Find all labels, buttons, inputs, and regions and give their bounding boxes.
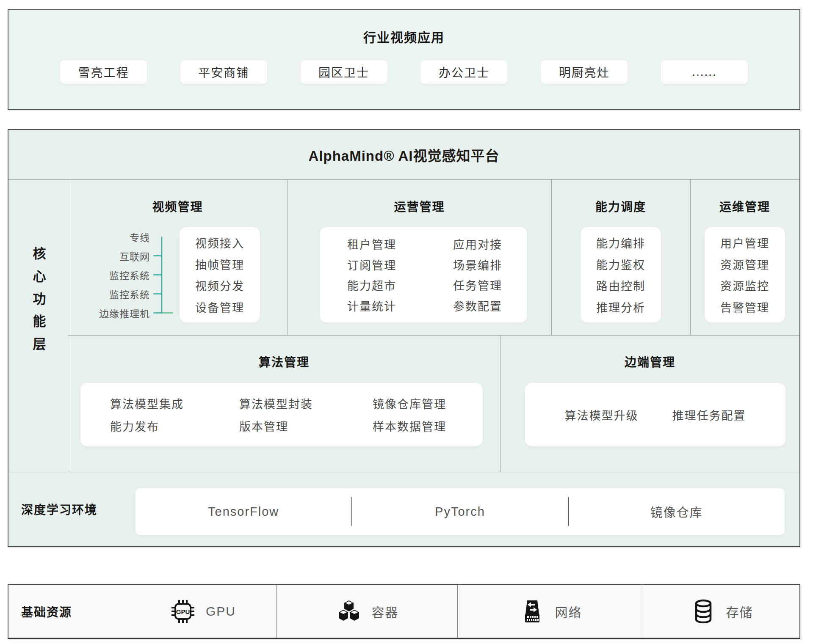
scheduling-item: 路由控制 (596, 277, 645, 294)
video-item: 视频接入 (195, 234, 244, 251)
industry-apps-chip-row: 雪亮工程 平安商铺 园区卫士 办公卫士 明厨亮灶 ...... (8, 60, 799, 84)
video-items-box: 视频接入 抽帧管理 视频分发 设备管理 (180, 227, 260, 322)
app-chip-xueliang: 雪亮工程 (60, 60, 147, 84)
edge-items-box: 算法模型升级 推理任务配置 (525, 383, 785, 446)
app-chip-mingchu: 明厨亮灶 (541, 60, 628, 84)
resource-label-gpu: GPU (206, 604, 236, 619)
video-item: 抽帧管理 (195, 256, 244, 272)
container-icon (335, 598, 362, 625)
deep-learning-box: TensorFlow PyTorch 镜像仓库 (136, 488, 785, 535)
network-icon (519, 598, 546, 625)
dl-item-tensorflow: TensorFlow (136, 488, 351, 535)
scheduling-item: 推理分析 (596, 299, 645, 315)
core-layer-label-wrap: 核心功能层 (8, 180, 68, 472)
industry-apps-panel: 行业视频应用 雪亮工程 平安商铺 园区卫士 办公卫士 明厨亮灶 ...... (8, 9, 800, 110)
algorithm-item: 算法模型集成 (110, 395, 239, 412)
algorithm-item: 镜像仓库管理 (373, 395, 483, 412)
gpu-chip-text: GPU (176, 608, 190, 615)
scheduling-items-box: 能力编排 能力鉴权 路由控制 推理分析 (581, 227, 661, 322)
video-management-title: 视频管理 (68, 198, 288, 215)
algorithm-management-title: 算法管理 (68, 353, 501, 370)
algorithm-items-row1: 算法模型集成 算法模型封装 镜像仓库管理 (110, 395, 483, 412)
resource-label-storage: 存储 (726, 602, 753, 621)
operation-items-col1: 租户管理 订阅管理 能力超市 计量统计 (347, 236, 453, 314)
capability-scheduling-title: 能力调度 (551, 198, 690, 215)
algorithm-item: 能力发布 (110, 418, 239, 434)
resource-cell-network: 网络 (458, 585, 643, 638)
industry-apps-title: 行业视频应用 (8, 27, 799, 46)
operation-item: 租户管理 (347, 236, 453, 252)
operation-item: 参数配置 (453, 297, 502, 314)
operation-item: 任务管理 (453, 277, 502, 293)
video-item: 设备管理 (195, 299, 244, 315)
resource-label-network: 网络 (555, 602, 582, 621)
operation-item: 能力超市 (347, 277, 453, 293)
video-source-label: 监控系统 (80, 265, 153, 284)
algorithm-item: 算法模型封装 (239, 395, 373, 412)
scheduling-item: 能力编排 (596, 234, 645, 251)
video-management-column: 视频管理 专线 互联网 监控系统 监控系统 边缘推理机 (68, 180, 288, 335)
resource-label-container: 容器 (372, 602, 399, 621)
app-chip-more: ...... (661, 60, 748, 84)
operation-item: 计量统计 (347, 297, 453, 314)
storage-icon (690, 598, 717, 625)
scheduling-item: 能力鉴权 (596, 256, 645, 272)
deep-learning-label: 深度学习环境 (21, 472, 97, 546)
base-resources-label: 基础资源 (8, 585, 129, 638)
base-resources-panel: 基础资源 GPU GPU (8, 584, 800, 639)
ops-item: 用户管理 (720, 234, 769, 251)
video-sources: 专线 互联网 监控系统 监控系统 边缘推理机 (80, 227, 153, 322)
app-chip-yuanqu: 园区卫士 (301, 60, 387, 84)
operation-item: 应用对接 (453, 236, 502, 252)
resource-cell-storage: 存储 (643, 585, 799, 638)
architecture-diagram: 行业视频应用 雪亮工程 平安商铺 园区卫士 办公卫士 明厨亮灶 ...... A… (0, 0, 813, 644)
connector-lines-icon (153, 227, 180, 322)
ops-item: 告警管理 (720, 299, 769, 315)
app-chip-pingan: 平安商铺 (180, 60, 267, 84)
resource-cell-gpu: GPU GPU (129, 585, 277, 638)
video-source-label: 边缘推理机 (80, 303, 153, 322)
capability-scheduling-column: 能力调度 能力编排 能力鉴权 路由控制 推理分析 (551, 180, 690, 335)
operation-item: 订阅管理 (347, 256, 453, 273)
video-source-label: 监控系统 (80, 284, 153, 303)
edge-management-column: 边端管理 算法模型升级 推理任务配置 (501, 335, 799, 472)
resource-cell-container: 容器 (277, 585, 458, 638)
algorithm-item: 版本管理 (239, 418, 373, 434)
operation-management-title: 运营管理 (288, 198, 551, 215)
operation-item: 场景编排 (453, 256, 502, 273)
deep-learning-row: 深度学习环境 TensorFlow PyTorch 镜像仓库 (8, 472, 799, 546)
video-source-label: 互联网 (80, 246, 153, 265)
operation-items-col2: 应用对接 场景编排 任务管理 参数配置 (453, 236, 502, 314)
dl-item-pytorch: PyTorch (352, 488, 568, 535)
video-management-content: 专线 互联网 监控系统 监控系统 边缘推理机 (80, 227, 260, 322)
video-source-label: 专线 (80, 227, 153, 246)
dl-item-registry: 镜像仓库 (569, 488, 785, 535)
core-layer-label: 核心功能层 (29, 247, 48, 472)
ops-management-column: 运维管理 用户管理 资源管理 资源监控 告警管理 (690, 180, 799, 335)
platform-title: AlphaMind® AI视觉感知平台 (8, 130, 799, 180)
edge-item: 推理任务配置 (672, 407, 746, 423)
algorithm-items-box: 算法模型集成 算法模型封装 镜像仓库管理 能力发布 版本管理 样本数据管理 (80, 383, 483, 446)
edge-item: 算法模型升级 (565, 407, 639, 423)
operation-items-box: 租户管理 订阅管理 能力超市 计量统计 应用对接 场景编排 任务管理 参数配置 (320, 227, 527, 322)
algorithm-item: 样本数据管理 (373, 418, 483, 434)
ops-management-title: 运维管理 (690, 198, 799, 215)
ops-item: 资源监控 (720, 277, 769, 294)
video-item: 视频分发 (195, 277, 244, 294)
algorithm-items-row2: 能力发布 版本管理 样本数据管理 (110, 418, 483, 434)
app-chip-bangong: 办公卫士 (420, 60, 507, 84)
ops-items-box: 用户管理 资源管理 资源监控 告警管理 (705, 227, 785, 322)
algorithm-management-column: 算法管理 算法模型集成 算法模型封装 镜像仓库管理 能力发布 版本管理 样本数据… (68, 335, 501, 472)
edge-management-title: 边端管理 (501, 353, 799, 370)
gpu-chip-icon: GPU (169, 598, 196, 625)
operation-management-column: 运营管理 租户管理 订阅管理 能力超市 计量统计 应用对接 场景编排 任务管理 … (288, 180, 551, 335)
platform-panel: AlphaMind® AI视觉感知平台 核心功能层 视频管理 专线 互联网 监控… (8, 129, 800, 547)
ops-item: 资源管理 (720, 256, 769, 272)
